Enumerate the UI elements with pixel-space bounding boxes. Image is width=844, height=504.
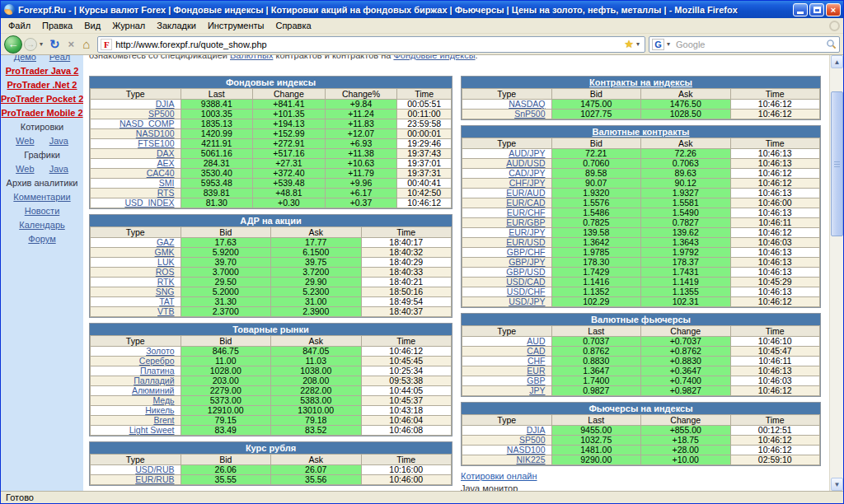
sidebar-link[interactable]: Реал — [49, 55, 71, 64]
sidebar-link[interactable]: Web — [16, 162, 34, 176]
url-bar[interactable]: F http://www.forexpf.ru/quote_show.php ★… — [97, 36, 645, 53]
back-button[interactable]: ← — [4, 35, 22, 54]
history-dropdown[interactable]: ▾ — [40, 40, 43, 48]
sidebar-link[interactable]: Демо — [14, 55, 36, 64]
scroll-down-icon[interactable]: ▼ — [831, 478, 843, 491]
currency-contracts-spec-link[interactable]: Валютных — [230, 55, 273, 60]
stop-button[interactable]: × — [68, 38, 75, 50]
symbol-link[interactable]: TAT — [159, 296, 174, 306]
symbol-link[interactable]: SMI — [159, 178, 175, 188]
sidebar-link[interactable]: Форум — [28, 234, 55, 244]
symbol-link[interactable]: EUR/JPY — [509, 227, 545, 237]
symbol-link[interactable]: DJIA — [156, 99, 175, 109]
symbol-link[interactable]: SNG — [156, 287, 175, 296]
symbol-link[interactable]: DAX — [157, 148, 175, 158]
sidebar-link[interactable]: Java — [49, 162, 68, 176]
symbol-link[interactable]: AUD/JPY — [509, 148, 545, 158]
symbol-link[interactable]: EUR — [527, 366, 545, 376]
symbol-link[interactable]: Серебро — [139, 356, 175, 366]
menu-bookmarks[interactable]: Закладки — [151, 19, 202, 32]
minimize-button[interactable] — [793, 3, 808, 16]
menu-edit[interactable]: Правка — [36, 19, 78, 32]
table-title[interactable]: Валютные контракты — [462, 126, 820, 138]
close-button[interactable]: × — [826, 3, 841, 16]
symbol-link[interactable]: GBP/USD — [506, 267, 545, 277]
menu-help[interactable]: Справка — [270, 19, 316, 32]
sidebar-link[interactable]: Web — [16, 134, 34, 148]
reload-button[interactable]: ↻ — [49, 37, 60, 52]
symbol-link[interactable]: SnP500 — [514, 109, 545, 119]
symbol-link[interactable]: Никель — [145, 405, 174, 415]
symbol-link[interactable]: USD_INDEX — [124, 198, 174, 208]
symbol-link[interactable]: DJIA — [527, 425, 546, 435]
quotes-online-link[interactable]: Котировки онлайн — [461, 471, 537, 481]
symbol-link[interactable]: NASD100 — [507, 445, 546, 455]
maximize-button[interactable] — [809, 3, 824, 16]
symbol-link[interactable]: Палладий — [134, 376, 174, 385]
symbol-link[interactable]: RTS — [157, 188, 175, 198]
symbol-link[interactable]: USD/JPY — [509, 296, 545, 306]
symbol-link[interactable]: JPY — [529, 385, 545, 395]
scrollbar-thumb[interactable] — [831, 91, 843, 236]
url-text[interactable]: http://www.forexpf.ru/quote_show.php — [115, 40, 624, 49]
symbol-link[interactable]: EUR/CHF — [507, 208, 546, 217]
sidebar-link[interactable]: Java — [49, 134, 68, 148]
symbol-link[interactable]: SP500 — [519, 435, 546, 445]
search-input[interactable]: Google — [673, 40, 826, 49]
symbol-link[interactable]: CAD — [527, 346, 545, 356]
sidebar-link[interactable]: Новости — [25, 206, 60, 216]
symbol-link[interactable]: Light Sweet — [129, 425, 175, 435]
symbol-link[interactable]: CAD/JPY — [509, 168, 545, 178]
symbol-link[interactable]: AUD — [527, 336, 545, 346]
symbol-link[interactable]: Золото — [146, 346, 174, 356]
menu-history[interactable]: Журнал — [106, 19, 151, 32]
symbol-link[interactable]: EUR/GBP — [506, 217, 545, 227]
bookmark-star-icon[interactable]: ★ — [624, 38, 634, 50]
scroll-up-icon[interactable]: ▲ — [831, 55, 843, 68]
sidebar-protrader-link[interactable]: ProTrader Java 2 — [6, 66, 79, 76]
symbol-link[interactable]: LUK — [157, 257, 174, 267]
forward-button[interactable]: → — [24, 38, 37, 51]
stock-indices-spec-link[interactable]: Фондовые индексы — [393, 55, 475, 60]
symbol-link[interactable]: NASD_COMP — [120, 119, 175, 128]
symbol-link[interactable]: VTB — [157, 306, 174, 316]
symbol-link[interactable]: Brent — [153, 415, 174, 425]
symbol-link[interactable]: GBP/JPY — [509, 257, 545, 267]
symbol-link[interactable]: NASD100 — [136, 128, 175, 138]
symbol-link[interactable]: AEX — [157, 158, 174, 168]
symbol-link[interactable]: GBP/CHF — [507, 247, 546, 257]
sidebar-protrader-link[interactable]: ProTrader Mobile 2 — [1, 108, 82, 118]
symbol-link[interactable]: CAC40 — [147, 168, 175, 178]
symbol-link[interactable]: USD/CHF — [507, 287, 546, 296]
home-button[interactable]: ⌂ — [82, 37, 90, 51]
url-dropdown[interactable]: ▾ — [636, 40, 640, 48]
menu-file[interactable]: Файл — [2, 19, 36, 32]
sidebar-protrader-link[interactable]: ProTrader .Net 2 — [7, 80, 77, 90]
symbol-link[interactable]: CHF/JPY — [509, 178, 546, 188]
symbol-link[interactable]: GAZ — [157, 237, 175, 247]
search-engine-dropdown[interactable]: ▾ — [667, 40, 670, 48]
symbol-link[interactable]: Медь — [152, 395, 174, 405]
symbol-link[interactable]: ROS — [156, 267, 175, 277]
symbol-link[interactable]: GMK — [155, 247, 175, 257]
symbol-link[interactable]: FTSE100 — [138, 138, 174, 148]
table-title[interactable]: Контракты на индексы — [462, 77, 820, 88]
symbol-link[interactable]: USD/CAD — [506, 277, 545, 287]
symbol-link[interactable]: EUR/RUB — [135, 474, 174, 484]
symbol-link[interactable]: NIK225 — [516, 455, 545, 464]
symbol-link[interactable]: EUR/CAD — [506, 198, 545, 208]
symbol-link[interactable]: GBP — [527, 376, 545, 385]
symbol-link[interactable]: RTK — [157, 277, 175, 287]
symbol-link[interactable]: USD/RUB — [135, 464, 174, 474]
symbol-link[interactable]: EUR/USD — [506, 237, 545, 247]
menu-tools[interactable]: Инструменты — [202, 19, 270, 32]
symbol-link[interactable]: NASDAQ — [509, 99, 545, 109]
symbol-link[interactable]: Платина — [140, 366, 175, 376]
menu-view[interactable]: Вид — [78, 19, 106, 32]
symbol-link[interactable]: EUR/AUD — [506, 188, 545, 198]
sidebar-link[interactable]: Комментарии — [13, 192, 70, 202]
search-box[interactable]: G ▾ Google — [649, 36, 840, 53]
symbol-link[interactable]: AUD/USD — [506, 158, 545, 168]
symbol-link[interactable]: Алюминий — [132, 385, 175, 395]
symbol-link[interactable]: SP500 — [148, 109, 175, 119]
